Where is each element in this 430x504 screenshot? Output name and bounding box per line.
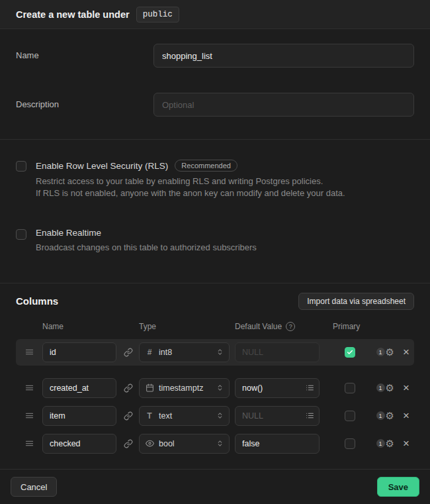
settings-count-badge: 1 xyxy=(376,411,385,420)
settings-count-badge: 1 xyxy=(376,348,385,356)
column-name-input[interactable] xyxy=(42,342,116,362)
columns-title: Columns xyxy=(16,295,58,307)
realtime-content: Enable Realtime Broadcast changes on thi… xyxy=(36,228,257,254)
column-type-select[interactable]: # int8 xyxy=(139,342,230,362)
column-name-input[interactable] xyxy=(42,434,116,454)
primary-checkbox[interactable] xyxy=(345,383,355,393)
column-type-select[interactable]: timestamptz xyxy=(139,378,230,398)
realtime-description: Broadcast changes on this table to autho… xyxy=(36,242,257,254)
realtime-checkbox[interactable] xyxy=(16,229,26,240)
save-button[interactable]: Save xyxy=(377,477,419,497)
column-row-id: # int8 1 ⚙ × xyxy=(16,339,414,366)
drag-handle-icon[interactable] xyxy=(16,438,42,448)
drag-handle-icon[interactable] xyxy=(16,411,42,421)
name-label: Name xyxy=(16,44,153,60)
remove-column-button[interactable]: × xyxy=(403,438,409,449)
chevrons-up-down-icon xyxy=(216,412,224,419)
rls-description: Restrict access to your table by enablin… xyxy=(36,176,345,199)
dialog-title: Create a new table under xyxy=(16,9,130,20)
remove-column-button[interactable]: × xyxy=(403,410,409,421)
description-row: Description xyxy=(16,93,414,117)
column-settings-button[interactable]: 1 ⚙ xyxy=(376,411,394,421)
column-type-select[interactable]: bool xyxy=(139,434,230,454)
table-description-input[interactable] xyxy=(153,93,414,117)
eye-icon xyxy=(145,439,154,448)
foreign-key-icon[interactable] xyxy=(122,382,134,394)
chevrons-up-down-icon xyxy=(216,348,224,356)
default-suggestions-icon[interactable] xyxy=(304,382,316,393)
schema-badge: public xyxy=(136,7,179,23)
column-row-checked: bool 1 ⚙ × xyxy=(16,432,414,456)
remove-column-button[interactable]: × xyxy=(403,346,409,358)
primary-checkbox[interactable] xyxy=(345,347,355,358)
options-section: Enable Row Level Security (RLS) Recommen… xyxy=(0,140,430,283)
hash-icon: # xyxy=(145,348,154,357)
primary-checkbox[interactable] xyxy=(345,411,355,421)
settings-count-badge: 1 xyxy=(376,383,385,392)
column-default-input[interactable] xyxy=(235,434,320,454)
default-suggestions-icon[interactable] xyxy=(304,410,316,421)
realtime-label[interactable]: Enable Realtime xyxy=(36,228,101,238)
import-spreadsheet-button[interactable]: Import data via spreadsheet xyxy=(298,293,414,310)
header-type: Type xyxy=(139,322,230,331)
foreign-key-icon[interactable] xyxy=(122,346,134,358)
recommended-badge: Recommended xyxy=(175,160,237,172)
header-default-value: Default Value ? xyxy=(235,322,320,331)
letter-t-icon: T xyxy=(145,411,154,421)
column-settings-button[interactable]: 1 ⚙ xyxy=(376,347,394,357)
columns-section: Columns Import data via spreadsheet Name… xyxy=(0,283,430,470)
column-row-item: T text 1 ⚙ × xyxy=(16,404,414,428)
column-name-input[interactable] xyxy=(42,406,116,426)
realtime-toggle-row: Enable Realtime Broadcast changes on thi… xyxy=(16,228,414,254)
primary-checkbox[interactable] xyxy=(345,438,355,449)
chevrons-up-down-icon xyxy=(216,384,224,391)
name-row: Name xyxy=(16,44,414,68)
remove-column-button[interactable]: × xyxy=(403,382,409,393)
drag-handle-icon[interactable] xyxy=(16,383,42,393)
dialog-header: Create a new table under public xyxy=(0,0,430,29)
drag-handle-icon[interactable] xyxy=(16,347,42,357)
table-name-input[interactable] xyxy=(153,44,414,68)
rls-checkbox[interactable] xyxy=(16,161,26,172)
rls-content: Enable Row Level Security (RLS) Recommen… xyxy=(36,160,345,199)
settings-count-badge: 1 xyxy=(376,439,385,448)
columns-header-row: Name Type Default Value ? Primary xyxy=(16,321,414,332)
rls-toggle-row: Enable Row Level Security (RLS) Recommen… xyxy=(16,160,414,199)
column-row-created-at: timestamptz 1 ⚙ × xyxy=(16,376,414,400)
description-label: Description xyxy=(16,93,153,109)
column-name-input[interactable] xyxy=(42,378,116,398)
cancel-button[interactable]: Cancel xyxy=(11,477,57,497)
foreign-key-icon[interactable] xyxy=(122,438,134,450)
column-type-select[interactable]: T text xyxy=(139,406,230,426)
chevrons-up-down-icon xyxy=(216,440,224,447)
gear-icon: ⚙ xyxy=(386,347,394,357)
header-primary: Primary xyxy=(333,322,366,331)
foreign-key-icon[interactable] xyxy=(122,410,134,422)
header-name: Name xyxy=(42,322,116,331)
create-table-dialog: Create a new table under public Name Des… xyxy=(0,0,430,504)
column-default-input xyxy=(235,342,320,362)
dialog-footer: Cancel Save xyxy=(0,469,430,504)
gear-icon: ⚙ xyxy=(386,383,394,393)
gear-icon: ⚙ xyxy=(386,438,394,448)
help-icon[interactable]: ? xyxy=(286,322,295,331)
table-info-section: Name Description xyxy=(0,29,430,140)
gear-icon: ⚙ xyxy=(386,411,394,421)
calendar-icon xyxy=(145,383,154,392)
column-settings-button[interactable]: 1 ⚙ xyxy=(376,383,394,393)
column-settings-button[interactable]: 1 ⚙ xyxy=(376,438,394,448)
rls-label[interactable]: Enable Row Level Security (RLS) xyxy=(36,161,168,171)
